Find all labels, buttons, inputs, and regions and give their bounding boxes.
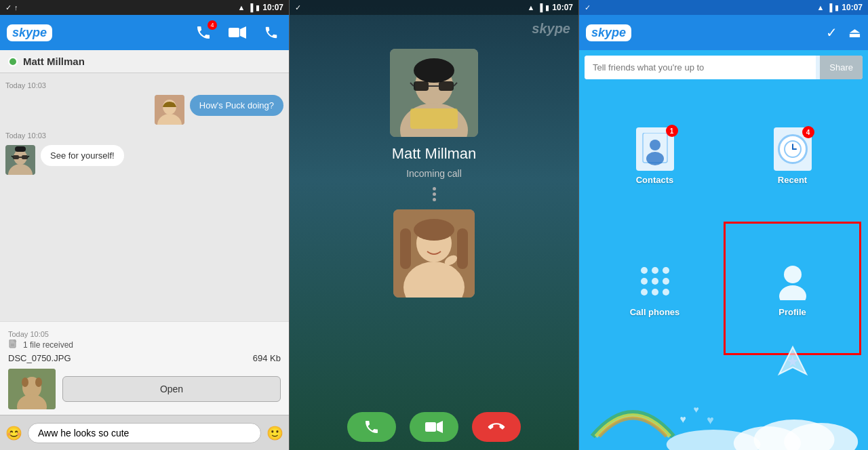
call-content: Matt Millman Incoming call xyxy=(290,42,578,404)
d3 xyxy=(663,267,669,274)
svg-rect-27 xyxy=(414,81,429,91)
svg-point-43 xyxy=(650,140,660,150)
p3-decorative-bottom: ♥ ♥ ♥ xyxy=(579,382,868,450)
file-received-label: 1 file received xyxy=(23,340,73,350)
svg-point-21 xyxy=(22,377,28,387)
svg-point-26 xyxy=(414,58,454,83)
status-time-2: 10:07 xyxy=(552,3,573,12)
file-received-header: 1 file received xyxy=(8,340,281,350)
svg-rect-37 xyxy=(400,228,411,269)
profile-icon-item[interactable]: Profile xyxy=(724,222,861,356)
wifi-icon-2: ▲ xyxy=(528,3,535,12)
file-name: DSC_0750.JPG xyxy=(8,353,71,363)
recent-icon-item[interactable]: 4 Recent xyxy=(724,91,861,222)
timestamp-2: Today 10:03 xyxy=(5,131,283,140)
svg-rect-40 xyxy=(425,422,436,432)
profile-icon-bg xyxy=(774,260,812,303)
battery-icon-3: ▮ xyxy=(835,3,839,12)
svg-text:♥: ♥ xyxy=(707,413,714,427)
skype-logo-3: skype xyxy=(586,24,631,41)
recent-badge: 4 xyxy=(802,126,814,138)
chat-header: Matt Millman xyxy=(0,50,289,73)
wifi-icon: ▲ xyxy=(238,3,245,12)
decline-call-button[interactable] xyxy=(472,412,521,442)
skype-logo-1: skype xyxy=(7,24,52,41)
status-time-1: 10:07 xyxy=(262,3,283,12)
status-bar-2: ✓ ▲ ▐ ▮ 10:07 xyxy=(290,0,578,15)
contacts-icon-item[interactable]: 1 Contacts xyxy=(586,91,724,222)
timestamp-1: Today 10:03 xyxy=(5,81,283,89)
share-button[interactable]: Share xyxy=(820,56,863,79)
contacts-icon-img: 1 xyxy=(633,127,677,171)
receiver-avatar xyxy=(5,145,35,175)
file-preview-row: Open xyxy=(8,369,281,409)
svg-point-36 xyxy=(414,219,454,241)
skype-top-bar-1: skype 4 xyxy=(0,15,289,50)
skype-bar-icons: 4 xyxy=(193,22,282,43)
checkmark-icon: ✓ xyxy=(5,3,12,12)
emoticon-button[interactable]: 😊 xyxy=(5,425,22,441)
file-received-section: Today 10:05 1 file received DSC_0750.JPG… xyxy=(0,321,289,415)
caller-name: Matt Millman xyxy=(392,145,477,163)
status-left-3: ✓ xyxy=(585,3,591,12)
contacts-badge: 1 xyxy=(666,125,678,137)
svg-rect-38 xyxy=(457,228,468,269)
p3-bar-icons: ✓ ⏏ xyxy=(826,24,861,41)
answer-call-button[interactable] xyxy=(347,412,396,442)
file-thumbnail xyxy=(8,369,56,409)
call-phones-icon-item[interactable]: Call phones xyxy=(586,222,724,356)
recent-icon-img: 4 xyxy=(771,127,814,171)
profile-label: Profile xyxy=(778,307,806,317)
call-skype-bar: skype xyxy=(290,15,578,42)
status-left-2: ✓ xyxy=(295,3,301,12)
chat-messages-area: Today 10:03 How's Puck doing? Today 10:0… xyxy=(0,73,289,321)
svg-rect-0 xyxy=(229,28,239,37)
file-name-row: DSC_0750.JPG 694 Kb xyxy=(8,353,281,363)
sender-avatar xyxy=(155,95,184,125)
d9 xyxy=(663,289,669,295)
status-bar-right: ▲ ▐ ▮ 10:07 xyxy=(238,3,283,12)
svg-rect-28 xyxy=(439,81,454,91)
svg-rect-9 xyxy=(13,155,19,159)
status-text-input[interactable] xyxy=(585,56,816,79)
svg-rect-10 xyxy=(22,155,28,159)
file-timestamp: Today 10:05 xyxy=(8,330,281,338)
status-bar-left: ✓ ↑ xyxy=(5,3,18,12)
dialpad-icon xyxy=(641,267,669,295)
d6 xyxy=(663,278,669,285)
status-right-2: ▲ ▐ ▮ 10:07 xyxy=(528,3,573,12)
svg-rect-8 xyxy=(15,146,26,152)
status-bar-1: ✓ ↑ ▲ ▐ ▮ 10:07 xyxy=(0,0,289,15)
smiley-icon[interactable]: 🙂 xyxy=(267,425,283,441)
home-panel: ✓ ▲ ▐ ▮ 10:07 skype ✓ ⏏ Share xyxy=(578,0,868,450)
open-file-button[interactable]: Open xyxy=(62,376,281,402)
dot-1 xyxy=(433,187,436,190)
calls-button[interactable]: 4 xyxy=(193,22,214,43)
caller-avatar xyxy=(390,49,478,137)
status-input-row: Share xyxy=(585,56,863,79)
chat-contact-name: Matt Millman xyxy=(23,56,85,67)
answer-video-button[interactable] xyxy=(410,412,458,442)
status-bar-3: ✓ ▲ ▐ ▮ 10:07 xyxy=(579,0,868,15)
svg-rect-32 xyxy=(410,108,458,129)
svg-point-49 xyxy=(779,285,806,300)
d7 xyxy=(641,289,648,295)
checkmark-button[interactable]: ✓ xyxy=(826,24,837,41)
signal-icon-3: ▐ xyxy=(827,3,833,12)
upload-icon: ↑ xyxy=(14,3,18,12)
dial-button[interactable] xyxy=(260,22,282,43)
logout-button[interactable]: ⏏ xyxy=(848,24,861,41)
call-phones-icon-img xyxy=(633,260,677,303)
wifi-icon-3: ▲ xyxy=(817,3,825,12)
video-button[interactable] xyxy=(226,22,248,43)
file-size: 694 Kb xyxy=(253,353,281,363)
svg-marker-1 xyxy=(240,26,246,39)
call-action-buttons xyxy=(290,404,578,450)
calls-badge: 4 xyxy=(208,20,217,30)
signal-icon-2: ▐ xyxy=(538,3,543,12)
dot-3 xyxy=(433,198,436,201)
chat-text-input[interactable] xyxy=(28,423,261,443)
signal-icon: ▐ xyxy=(248,3,254,12)
profile-arrow-indicator xyxy=(776,344,810,380)
svg-text:♥: ♥ xyxy=(680,413,686,425)
